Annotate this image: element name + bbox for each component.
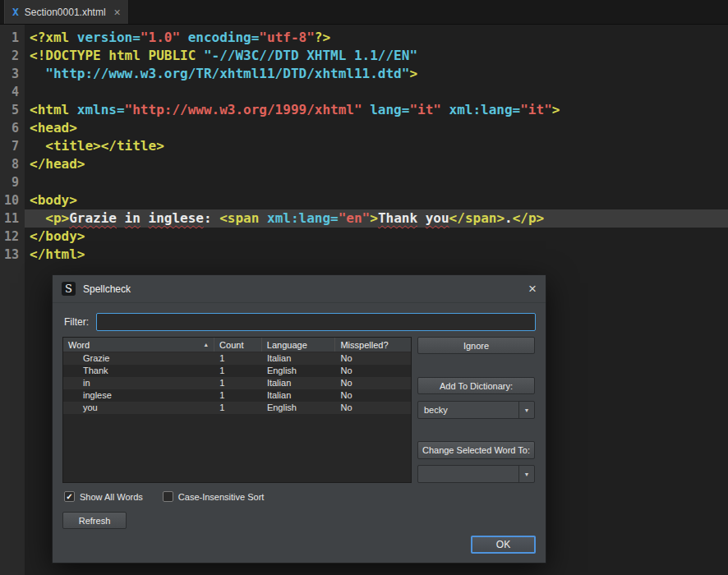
table-cell: No xyxy=(335,352,411,365)
table-cell: 1 xyxy=(214,389,262,402)
table-cell: No xyxy=(335,365,411,377)
spellcheck-dialog: S Spellcheck × Filter: Word ▲ Count Lang… xyxy=(52,274,546,564)
column-header-word[interactable]: Word ▲ xyxy=(63,338,214,352)
show-all-words-checkbox[interactable]: ✓ Show All Words xyxy=(64,491,143,502)
code-text: </html> xyxy=(25,246,728,264)
code-text: </head> xyxy=(25,155,728,173)
filter-label: Filter: xyxy=(64,316,89,328)
table-cell: Grazie xyxy=(63,352,214,365)
spellcheck-table[interactable]: Word ▲ Count Language Misspelled? Grazie… xyxy=(62,337,412,483)
column-label: Count xyxy=(219,340,243,350)
column-label: Language xyxy=(267,340,307,350)
table-cell: 1 xyxy=(214,365,262,377)
case-insensitive-sort-checkbox[interactable]: Case-Insensitive Sort xyxy=(163,491,265,502)
dialog-titlebar[interactable]: S Spellcheck × xyxy=(53,275,546,303)
line-number: 11 xyxy=(0,209,25,228)
code-text xyxy=(25,173,728,191)
ok-button[interactable]: OK xyxy=(471,536,536,554)
code-line[interactable]: 6<head> xyxy=(0,119,728,137)
sigil-window: X Section0001.xhtml × 1<?xml version="1.… xyxy=(0,0,728,575)
chevron-down-icon[interactable]: ▼ xyxy=(518,402,534,418)
column-header-language[interactable]: Language xyxy=(262,338,336,352)
dictionary-select[interactable]: becky ▼ xyxy=(417,401,535,419)
line-number: 1 xyxy=(0,29,25,47)
code-text: <!DOCTYPE html PUBLIC "-//W3C//DTD XHTML… xyxy=(25,47,728,65)
table-cell: English xyxy=(262,402,336,414)
code-text: <body> xyxy=(25,191,728,209)
options-row: ✓ Show All Words Case-Insensitive Sort xyxy=(64,491,264,502)
line-number: 13 xyxy=(0,246,25,264)
table-cell: inglese xyxy=(63,389,214,402)
line-number: 8 xyxy=(0,155,25,173)
table-cell: 1 xyxy=(214,352,262,365)
column-header-count[interactable]: Count xyxy=(214,338,262,352)
table-cell: English xyxy=(262,365,336,377)
tab-bar: X Section0001.xhtml × xyxy=(0,0,728,25)
table-cell: 1 xyxy=(214,377,262,389)
code-line[interactable]: 2<!DOCTYPE html PUBLIC "-//W3C//DTD XHTM… xyxy=(0,47,728,65)
table-body: Grazie1ItalianNoThank1EnglishNoin1Italia… xyxy=(63,352,411,414)
code-line[interactable]: 13</html> xyxy=(0,246,728,264)
table-cell: 1 xyxy=(214,402,262,414)
code-text: <?xml version="1.0" encoding="utf-8"?> xyxy=(25,29,728,47)
sort-ascending-icon: ▲ xyxy=(203,342,209,347)
checkbox-checked-icon: ✓ xyxy=(64,491,75,502)
code-text: <html xmlns="http://www.w3.org/1999/xhtm… xyxy=(25,101,728,119)
code-line[interactable]: 3 "http://www.w3.org/TR/xhtml11/DTD/xhtm… xyxy=(0,65,728,83)
filter-row: Filter: xyxy=(64,313,536,331)
code-line[interactable]: 11 <p>Grazie in inglese: <span xml:lang=… xyxy=(0,209,728,228)
table-cell: No xyxy=(335,402,411,414)
code-line[interactable]: 10<body> xyxy=(0,191,728,209)
chevron-down-icon[interactable]: ▼ xyxy=(518,466,534,482)
code-text: <p>Grazie in inglese: <span xml:lang="en… xyxy=(25,209,728,228)
change-selected-word-button[interactable]: Change Selected Word To: xyxy=(417,441,535,459)
add-to-dictionary-button[interactable]: Add To Dictionary: xyxy=(417,377,535,394)
code-line[interactable]: 4 xyxy=(0,83,728,101)
word-row[interactable]: Thank1EnglishNo xyxy=(63,365,411,377)
table-header: Word ▲ Count Language Misspelled? xyxy=(63,338,411,352)
column-header-misspelled[interactable]: Misspelled? xyxy=(335,338,411,352)
table-cell: No xyxy=(335,389,411,402)
line-number: 12 xyxy=(0,228,25,246)
word-row[interactable]: in1ItalianNo xyxy=(63,377,411,389)
line-number: 3 xyxy=(0,65,25,83)
change-word-select[interactable]: ▼ xyxy=(417,465,535,483)
code-line[interactable]: 1<?xml version="1.0" encoding="utf-8"?> xyxy=(0,29,728,47)
dialog-title: Spellcheck xyxy=(83,283,131,295)
filter-input[interactable] xyxy=(96,313,536,331)
tab-section0001[interactable]: X Section0001.xhtml × xyxy=(4,0,129,24)
checkbox-label: Show All Words xyxy=(80,492,143,502)
sigil-logo-icon: S xyxy=(62,282,76,296)
line-number: 7 xyxy=(0,137,25,155)
code-line[interactable]: 5<html xmlns="http://www.w3.org/1999/xht… xyxy=(0,101,728,119)
code-line[interactable]: 8</head> xyxy=(0,155,728,173)
word-row[interactable]: Grazie1ItalianNo xyxy=(63,352,411,365)
change-word-selected-value xyxy=(418,466,518,482)
tab-title: Section0001.xhtml xyxy=(25,7,106,18)
ignore-button[interactable]: Ignore xyxy=(417,337,535,354)
column-label: Misspelled? xyxy=(340,340,388,350)
line-number: 2 xyxy=(0,47,25,65)
word-row[interactable]: inglese1ItalianNo xyxy=(63,389,411,402)
code-text: <head> xyxy=(25,119,728,137)
checkbox-unchecked-icon xyxy=(163,491,173,502)
table-cell: Thank xyxy=(63,365,214,377)
code-line[interactable]: 7 <title></title> xyxy=(0,137,728,155)
column-label: Word xyxy=(68,340,90,350)
table-cell: you xyxy=(63,402,214,414)
code-text: </body> xyxy=(25,228,728,246)
xhtml-file-icon: X xyxy=(12,6,19,18)
dialog-close-icon[interactable]: × xyxy=(528,282,537,296)
tab-close-icon[interactable]: × xyxy=(114,7,121,18)
line-number: 5 xyxy=(0,101,25,119)
line-number: 9 xyxy=(0,173,25,191)
code-line[interactable]: 12</body> xyxy=(0,228,728,246)
table-cell: No xyxy=(335,377,411,389)
refresh-button[interactable]: Refresh xyxy=(62,512,127,529)
code-text xyxy=(25,83,728,101)
word-row[interactable]: you1EnglishNo xyxy=(63,402,411,414)
line-number: 10 xyxy=(0,191,25,209)
code-text: "http://www.w3.org/TR/xhtml11/DTD/xhtml1… xyxy=(25,65,728,83)
code-line[interactable]: 9 xyxy=(0,173,728,191)
table-cell: Italian xyxy=(262,389,336,402)
